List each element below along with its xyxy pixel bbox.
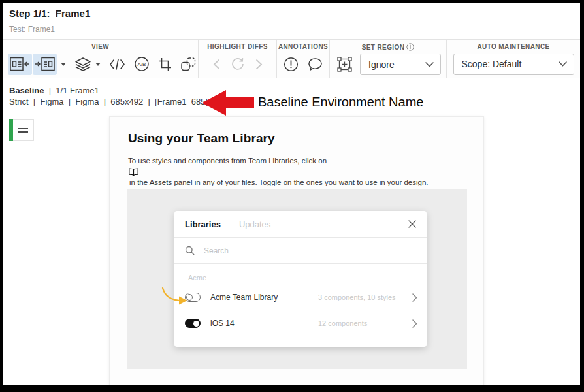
maintenance-scope-dropdown[interactable]: Scope: Default bbox=[453, 54, 574, 75]
baseline-environment-annotation: Baseline Environment Name bbox=[258, 95, 423, 110]
draw-region-button[interactable] bbox=[335, 55, 354, 74]
baseline-layout-icon bbox=[10, 57, 30, 72]
layout-toggle-group bbox=[8, 54, 57, 75]
next-diff-button[interactable] bbox=[255, 59, 263, 70]
baseline-step-line: Baseline | 1/1 Frame1 bbox=[9, 86, 99, 95]
show-dom-button[interactable] bbox=[109, 59, 125, 70]
yellow-hint-arrow-icon bbox=[161, 287, 189, 306]
remark-annotation-button[interactable] bbox=[308, 57, 323, 71]
chevron-right-icon bbox=[412, 293, 417, 302]
libraries-dialog-header: Libraries Updates bbox=[174, 211, 427, 238]
exclamation-circle-icon bbox=[284, 57, 299, 72]
step-thumbnail-box bbox=[13, 119, 34, 141]
search-placeholder: Search bbox=[204, 246, 229, 255]
region-type-value: Ignore bbox=[368, 59, 395, 70]
crop-button[interactable] bbox=[158, 57, 172, 71]
set-region-section-label: SET REGION bbox=[362, 43, 415, 51]
chevron-right-icon bbox=[255, 59, 263, 70]
library-row-acme-team: Acme Team Library 3 components, 10 style… bbox=[174, 284, 427, 310]
open-book-icon bbox=[128, 168, 469, 176]
screenshot-canvas-panel: Libraries Updates Search Acme bbox=[127, 189, 467, 369]
checkpoint-image[interactable]: Using your Team Library To use styles an… bbox=[109, 116, 484, 387]
maintenance-scope-value: Scope: Default bbox=[462, 59, 522, 69]
toolbar-section-highlight-diffs: HIGHLIGHT DIFFS bbox=[199, 40, 277, 78]
layers-icon bbox=[74, 57, 91, 71]
crop-icon bbox=[158, 57, 172, 71]
checkpoint-layout-icon bbox=[35, 57, 55, 72]
chevron-down-icon bbox=[425, 62, 434, 67]
caret-down-icon bbox=[95, 63, 101, 66]
chevron-down-icon bbox=[559, 61, 567, 67]
region-type-dropdown[interactable]: Ignore bbox=[360, 54, 441, 75]
step-lines-icon bbox=[18, 126, 28, 135]
paragraph-text-before: To use styles and components from Team L… bbox=[128, 157, 327, 165]
separator: | bbox=[44, 86, 56, 95]
search-icon bbox=[185, 246, 195, 255]
overlapping-shapes-icon bbox=[180, 57, 197, 72]
tab-libraries: Libraries bbox=[185, 220, 221, 229]
highlight-diffs-section-label: HIGHLIGHT DIFFS bbox=[207, 43, 268, 50]
auto-maintenance-section-label: AUTO MAINTENANCE bbox=[477, 43, 549, 50]
library-meta: 12 components bbox=[318, 319, 367, 327]
visual-test-review-window: Step 1/1: Frame1 Test: Frame1 VIEW bbox=[0, 0, 584, 392]
tab-updates: Updates bbox=[239, 220, 270, 229]
screenshot-heading: Using your Team Library bbox=[128, 131, 275, 146]
refresh-diffs-button[interactable] bbox=[231, 57, 245, 71]
code-icon bbox=[109, 59, 125, 70]
toolbar: VIEW bbox=[3, 39, 580, 78]
speech-bubble-icon bbox=[308, 57, 323, 71]
info-icon[interactable] bbox=[406, 43, 414, 51]
ab-test-icon: A/B bbox=[134, 56, 150, 72]
toolbar-section-set-region: SET REGION bbox=[330, 40, 447, 78]
issue-annotation-button[interactable] bbox=[284, 57, 299, 72]
baseline-environment-line: Strict | Figma | Figma | 685x492 | [Fram… bbox=[9, 97, 208, 106]
baseline-view-button[interactable] bbox=[8, 54, 32, 75]
library-name: Acme Team Library bbox=[210, 293, 278, 302]
baseline-label: Baseline bbox=[9, 86, 44, 95]
svg-text:A/B: A/B bbox=[138, 61, 146, 67]
toolbar-section-auto-maintenance: AUTO MAINTENANCE Scope: Default bbox=[447, 40, 580, 78]
toolbar-section-view: VIEW bbox=[3, 40, 199, 78]
library-section-label: Acme bbox=[188, 274, 416, 282]
match-level-button[interactable] bbox=[180, 57, 197, 72]
toolbar-section-annotations: ANNOTATIONS bbox=[277, 40, 330, 78]
paragraph-text-after: in the Assets panel in any of your files… bbox=[129, 178, 429, 186]
view-mode-dropdown-button[interactable] bbox=[59, 63, 66, 66]
library-meta: 3 components, 10 styles bbox=[318, 293, 396, 301]
library-name: iOS 14 bbox=[210, 319, 235, 328]
screenshot-paragraph: To use styles and components from Team L… bbox=[128, 155, 469, 190]
library-toggle bbox=[185, 319, 201, 328]
baseline-step-info: 1/1 Frame1 bbox=[56, 86, 99, 95]
refresh-icon bbox=[231, 57, 245, 71]
chevron-left-icon bbox=[213, 59, 220, 70]
layers-menu-button[interactable] bbox=[74, 57, 101, 71]
set-region-label-text: SET REGION bbox=[362, 44, 405, 51]
annotations-section-label: ANNOTATIONS bbox=[278, 43, 328, 50]
ab-compare-button[interactable]: A/B bbox=[134, 56, 150, 72]
red-annotation-arrow-icon bbox=[202, 90, 254, 116]
step-thumbnail[interactable] bbox=[9, 119, 34, 141]
library-row-ios14: iOS 14 12 components bbox=[174, 310, 427, 336]
view-section-label: VIEW bbox=[91, 43, 109, 50]
chevron-right-icon bbox=[412, 319, 417, 328]
checkpoint-view-button[interactable] bbox=[33, 54, 57, 75]
caret-down-icon bbox=[61, 63, 66, 66]
library-search-field: Search bbox=[174, 238, 427, 264]
previous-diff-button[interactable] bbox=[213, 59, 220, 70]
libraries-dialog: Libraries Updates Search Acme bbox=[174, 211, 427, 347]
region-select-icon bbox=[335, 55, 354, 74]
close-icon bbox=[408, 220, 416, 228]
step-title: Step 1/1: Frame1 bbox=[9, 8, 90, 19]
test-name-label: Test: Frame1 bbox=[9, 25, 55, 34]
